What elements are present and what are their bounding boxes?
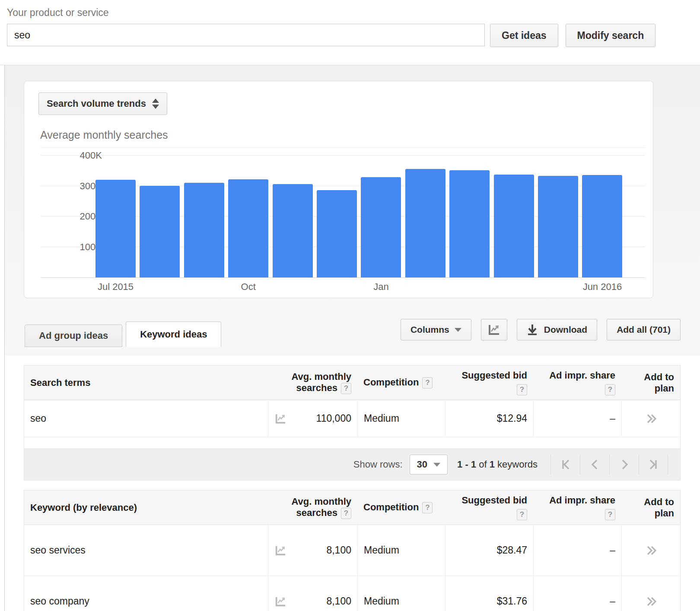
- help-icon[interactable]: ?: [517, 509, 527, 520]
- tab-ad-group-ideas[interactable]: Ad group ideas: [25, 325, 122, 347]
- avg-monthly-searches-value: 8,100: [326, 544, 351, 556]
- table-row: seo 110,000 Medium $12.94 –: [24, 400, 680, 437]
- ad-impr-share-cell: –: [533, 525, 621, 576]
- x-axis-tick-label: Jul 2015: [98, 281, 134, 293]
- gridline: [41, 155, 645, 156]
- add-to-plan-icon[interactable]: [645, 544, 658, 557]
- chart-bar: [140, 186, 180, 277]
- x-axis-tick-label: Oct: [241, 281, 256, 293]
- avg-monthly-searches-cell: 110,000: [268, 400, 357, 437]
- add-all-button[interactable]: Add all (701): [607, 319, 681, 341]
- chart-bar: [449, 170, 490, 277]
- download-button[interactable]: Download: [517, 319, 597, 341]
- avg-monthly-searches-cell: 8,100: [268, 576, 357, 611]
- line-chart-icon[interactable]: [274, 544, 286, 557]
- trend-chart-button[interactable]: [481, 319, 507, 341]
- help-icon[interactable]: ?: [341, 508, 351, 519]
- col-ad-impr-share: Ad impr. share ?: [533, 366, 621, 400]
- x-axis-tick-label: Jun 2016: [583, 281, 622, 293]
- keyword-cell: seo company: [24, 576, 268, 611]
- y-axis-tick-label: 400K: [63, 150, 102, 161]
- results-toolbar: Ad group ideas Keyword ideas Columns: [24, 319, 681, 347]
- bar-chart-plot: 100K200K300K400K: [41, 147, 645, 278]
- chart-bar: [184, 183, 224, 277]
- search-volume-card: Search volume trends Average monthly sea…: [24, 81, 653, 298]
- keyword-ideas-rows: seo services 8,100 Medium $28.47 – seo c…: [24, 525, 680, 611]
- search-volume-trends-dropdown[interactable]: Search volume trends: [38, 92, 167, 115]
- help-icon[interactable]: ?: [422, 502, 433, 513]
- col-competition: Competition?: [357, 372, 445, 393]
- add-to-plan-icon[interactable]: [645, 413, 658, 425]
- modify-search-button[interactable]: Modify search: [566, 24, 656, 47]
- chevron-left-icon: [589, 458, 601, 471]
- competition-cell: Medium: [357, 525, 445, 576]
- help-icon[interactable]: ?: [605, 384, 615, 395]
- help-icon[interactable]: ?: [605, 509, 615, 520]
- first-page-button[interactable]: [550, 455, 580, 474]
- keyword-cell: seo services: [24, 525, 268, 576]
- columns-button-label: Columns: [410, 325, 449, 335]
- line-chart-icon[interactable]: [274, 413, 286, 425]
- chart-bar: [582, 175, 622, 277]
- col-avg-monthly-searches: Avg. monthly searches?: [268, 367, 357, 398]
- avg-monthly-searches-cell: 8,100: [268, 525, 357, 576]
- col-competition: Competition?: [357, 497, 445, 518]
- add-to-plan-icon[interactable]: [645, 595, 658, 608]
- col-add-to-plan: Add to plan: [621, 492, 680, 523]
- table-row: seo services 8,100 Medium $28.47 –: [24, 525, 680, 576]
- rows-per-page-value: 30: [417, 459, 427, 470]
- download-icon: [527, 324, 538, 336]
- suggested-bid-cell: $28.47: [445, 525, 533, 576]
- search-terms-rows: seo 110,000 Medium $12.94 –: [24, 400, 680, 437]
- tab-keyword-ideas[interactable]: Keyword ideas: [126, 321, 221, 347]
- show-rows-label: Show rows:: [353, 459, 403, 470]
- chevron-down-icon: [433, 463, 440, 467]
- chart-bar: [361, 177, 401, 277]
- chart-x-axis: Jul 2015OctJanJun 2016: [41, 278, 645, 295]
- empty-strip: [24, 437, 680, 449]
- product-service-label: Your product or service: [7, 7, 700, 19]
- competition-cell: Medium: [357, 400, 445, 437]
- chart-bar: [95, 180, 136, 277]
- line-chart-icon[interactable]: [274, 595, 286, 608]
- chart-bar: [494, 175, 534, 277]
- ad-impr-share-cell: –: [533, 400, 621, 437]
- keyword-ideas-header-row: Keyword (by relevance) Avg. monthly sear…: [24, 490, 680, 525]
- col-add-to-plan: Add to plan: [621, 367, 680, 398]
- help-icon[interactable]: ?: [341, 383, 351, 394]
- search-terms-table: Search terms Avg. monthly searches? Comp…: [24, 365, 681, 481]
- keyword-search-input[interactable]: [7, 24, 485, 46]
- download-button-label: Download: [544, 325, 587, 335]
- keyword-cell: seo: [24, 400, 268, 437]
- chart-bar: [538, 176, 578, 277]
- previous-page-button[interactable]: [580, 455, 609, 474]
- get-ideas-button[interactable]: Get ideas: [490, 24, 558, 47]
- suggested-bid-cell: $31.76: [445, 576, 533, 611]
- suggested-bid-cell: $12.94: [445, 400, 533, 437]
- rows-per-page-dropdown[interactable]: 30: [410, 455, 448, 474]
- chevron-down-icon: [455, 328, 461, 332]
- competition-cell: Medium: [357, 576, 445, 611]
- col-avg-monthly-searches: Avg. monthly searches?: [268, 492, 357, 523]
- add-to-plan-cell: [621, 400, 680, 437]
- search-form-section: Your product or service Get ideas Modify…: [0, 0, 700, 65]
- content-panel: Search volume trends Average monthly sea…: [4, 65, 700, 611]
- chart-bar: [317, 190, 357, 277]
- ad-impr-share-cell: –: [533, 576, 621, 611]
- chevron-right-icon: [618, 458, 631, 471]
- help-icon[interactable]: ?: [517, 384, 527, 395]
- last-page-button[interactable]: [639, 455, 668, 474]
- columns-button[interactable]: Columns: [401, 319, 471, 341]
- help-icon[interactable]: ?: [422, 377, 433, 388]
- last-page-icon: [647, 458, 660, 471]
- pagination-range: 1 - 1 of 1 keywords: [457, 459, 538, 470]
- chart-bar: [405, 169, 445, 277]
- col-suggested-bid: Suggested bid ?: [445, 490, 533, 525]
- col-search-terms: Search terms: [24, 373, 268, 393]
- table-gap: [24, 481, 700, 490]
- add-to-plan-cell: [621, 576, 680, 611]
- updown-arrows-icon: [152, 99, 159, 109]
- next-page-button[interactable]: [609, 455, 639, 474]
- keyword-ideas-table: Keyword (by relevance) Avg. monthly sear…: [24, 490, 681, 611]
- add-to-plan-cell: [621, 525, 680, 576]
